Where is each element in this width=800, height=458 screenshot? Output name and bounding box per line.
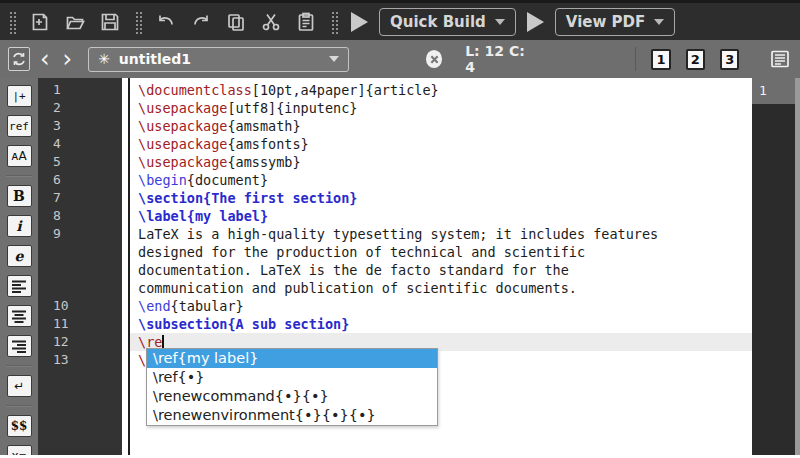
- line-number[interactable]: 8: [38, 207, 122, 225]
- autocomplete-popup: \ref{my label}\ref{•}\renewcommand{•}{•}…: [146, 348, 438, 426]
- redo-icon: [190, 12, 212, 32]
- code-line[interactable]: \documentclass[10pt,a4paper]{article}: [130, 81, 752, 99]
- line-number-gutter[interactable]: 12345678910111213: [38, 78, 122, 455]
- paste-clipboard-icon: [296, 12, 316, 32]
- sidebar-separator: [6, 175, 32, 177]
- code-segment: {amsfonts}: [227, 136, 308, 152]
- toolbar-grip-handle[interactable]: [8, 10, 16, 34]
- code-line[interactable]: \end{tabular}: [130, 297, 752, 315]
- align-center-button[interactable]: [7, 305, 32, 327]
- align-right-button[interactable]: [7, 335, 32, 357]
- code-segment: \documentclass: [138, 82, 252, 98]
- new-document-button[interactable]: [27, 9, 53, 35]
- subscript-button[interactable]: x▫: [7, 445, 32, 455]
- code-segment: designed for the production of technical…: [138, 244, 585, 260]
- insert-marker-button[interactable]: |+: [7, 85, 32, 107]
- font-size-button[interactable]: ᴀA: [7, 145, 32, 167]
- undo-button[interactable]: [153, 9, 179, 35]
- line-number[interactable]: 7: [38, 189, 122, 207]
- line-number[interactable]: [38, 243, 122, 261]
- reload-icon: [11, 51, 27, 67]
- code-line[interactable]: \section{The first section}: [130, 189, 752, 207]
- open-document-selector[interactable]: ✳ untitled1: [88, 47, 349, 72]
- code-segment: {amsmath}: [227, 118, 300, 134]
- line-number[interactable]: [38, 279, 122, 297]
- code-segment: \begin: [138, 172, 187, 188]
- code-segment: [10pt,a4paper]{article}: [252, 82, 439, 98]
- view-page-3-button[interactable]: 3: [720, 49, 739, 70]
- undo-icon: [155, 12, 177, 32]
- redo-button[interactable]: [188, 9, 214, 35]
- toolbar-grip-handle[interactable]: [134, 10, 142, 34]
- bold-button[interactable]: B: [7, 185, 32, 207]
- code-segment: \usepackage: [138, 136, 227, 152]
- run-view-pdf-icon[interactable]: [527, 12, 544, 32]
- code-segment: \usepackage: [138, 100, 227, 116]
- line-number[interactable]: 1: [38, 81, 122, 99]
- code-segment: \usepackage: [138, 154, 227, 170]
- reload-document-button[interactable]: [8, 47, 30, 71]
- view-page-1-button[interactable]: 1: [651, 49, 670, 70]
- view-pdf-dropdown[interactable]: View PDF: [555, 8, 675, 36]
- completion-item[interactable]: \renewenvironment{•}{•}{•}: [147, 406, 437, 425]
- code-line[interactable]: designed for the production of technical…: [130, 243, 752, 261]
- scrollbar-thumb[interactable]: 1: [752, 78, 800, 104]
- toolbar-grip-handle[interactable]: [330, 10, 338, 34]
- quick-build-dropdown[interactable]: Quick Build: [379, 8, 516, 36]
- close-icon: [430, 55, 439, 64]
- completion-item[interactable]: \renewcommand{•}{•}: [147, 387, 437, 406]
- line-number[interactable]: 2: [38, 99, 122, 117]
- line-number[interactable]: 11: [38, 315, 122, 333]
- vertical-scrollbar[interactable]: 1: [752, 78, 800, 455]
- main-toolbar: Quick Build View PDF: [0, 0, 800, 40]
- line-number[interactable]: 6: [38, 171, 122, 189]
- align-left-button[interactable]: [7, 275, 32, 297]
- code-line[interactable]: \usepackage{amsmath}: [130, 117, 752, 135]
- line-number[interactable]: 13: [38, 351, 122, 369]
- line-number[interactable]: 12: [38, 333, 122, 351]
- editor: \documentclass[10pt,a4paper]{article}\us…: [122, 78, 752, 455]
- code-line[interactable]: \usepackage[utf8]{inputenc}: [130, 99, 752, 117]
- line-number[interactable]: 3: [38, 117, 122, 135]
- save-icon: [100, 12, 120, 32]
- completion-item[interactable]: \ref{•}: [147, 368, 437, 387]
- cut-button[interactable]: [258, 9, 284, 35]
- chevron-down-icon: [654, 19, 664, 25]
- paste-button[interactable]: [293, 9, 319, 35]
- code-line[interactable]: \begin{document}: [130, 171, 752, 189]
- line-number[interactable]: [38, 261, 122, 279]
- line-number[interactable]: 10: [38, 297, 122, 315]
- ref-button[interactable]: ref: [7, 115, 32, 137]
- italic-button[interactable]: i: [7, 215, 32, 237]
- code-line[interactable]: communication and publication of scienti…: [130, 279, 752, 297]
- next-document-button[interactable]: ›: [60, 47, 76, 71]
- save-button[interactable]: [97, 9, 123, 35]
- open-file-button[interactable]: [62, 9, 88, 35]
- text-cursor: [162, 335, 164, 349]
- completion-item[interactable]: \ref{my label}: [147, 349, 437, 368]
- left-toolbar: |+ ref ᴀA B i e ↵: [0, 78, 38, 455]
- code-line[interactable]: \usepackage{amsfonts}: [130, 135, 752, 153]
- code-line[interactable]: documentation. LaTeX is the de facto sta…: [130, 261, 752, 279]
- fold-margin: [122, 78, 130, 455]
- copy-button[interactable]: [223, 9, 249, 35]
- code-line[interactable]: \subsection{A sub section}: [130, 315, 752, 333]
- view-page-2-button[interactable]: 2: [686, 49, 705, 70]
- close-document-button[interactable]: [426, 50, 442, 68]
- previous-document-button[interactable]: ‹: [37, 47, 53, 71]
- emphasis-button[interactable]: e: [7, 245, 32, 267]
- code-line[interactable]: \label{my label}: [130, 207, 752, 225]
- line-number[interactable]: 9: [38, 225, 122, 243]
- line-number[interactable]: 5: [38, 153, 122, 171]
- show-log-button[interactable]: [768, 46, 792, 72]
- code-line[interactable]: \usepackage{amssymb}: [130, 153, 752, 171]
- align-center-icon: [11, 309, 27, 323]
- line-number[interactable]: 4: [38, 135, 122, 153]
- align-left-icon: [11, 279, 27, 293]
- code-line[interactable]: LaTeX is a high-quality typesetting syst…: [130, 225, 752, 243]
- cursor-position-label: L: 12 C: 4: [465, 43, 532, 75]
- math-mode-button[interactable]: $$: [7, 415, 32, 437]
- line-break-button[interactable]: ↵: [7, 375, 32, 397]
- scrollbar-track-edge: [795, 78, 800, 455]
- run-quick-build-icon[interactable]: [351, 12, 368, 32]
